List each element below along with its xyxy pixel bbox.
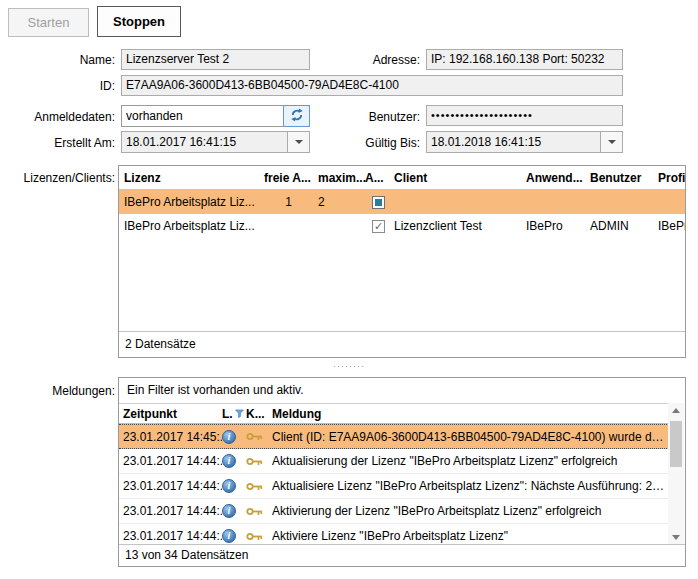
message-timestamp: 23.01.2017 14:44:... [119,479,222,493]
scrollbar-thumb[interactable] [670,421,682,467]
license-row[interactable]: IBePro Arbeitsplatz Liz... Lizenzclient … [119,214,685,238]
adresse-label: Adresse: [330,52,420,68]
profil-cell: IBePro HE... [658,219,685,233]
info-icon [222,529,236,543]
vertical-scrollbar [668,403,684,545]
filter-notice[interactable]: Ein Filter ist vorhanden und aktiv. [119,378,685,403]
col-client[interactable]: Client [392,171,526,185]
message-timestamp: 23.01.2017 14:44:... [119,504,222,518]
meldungen-label: Meldungen: [0,383,115,399]
gueltig-bis-label: Gültig Bis: [330,135,420,151]
stoppen-button[interactable]: Stoppen [97,6,181,37]
starten-button[interactable]: Starten [8,8,89,37]
anmeldedaten-value: vorhanden [122,106,284,126]
lizenzen-clients-label: Lizenzen/Clients: [0,170,115,186]
info-icon [222,479,236,493]
anwendung: IBePro [526,219,590,233]
message-row[interactable]: 23.01.2017 14:44:... Aktualisierung der … [119,449,669,474]
licenses-record-count: 2 Datensätze [119,331,685,357]
message-timestamp: 23.01.2017 14:45:... [119,430,222,444]
key-icon [246,532,272,541]
gueltig-bis-picker[interactable]: 18.01.2018 16:41:15 [426,131,623,153]
col-zeitpunkt[interactable]: Zeitpunkt [119,407,222,421]
messages-record-count: 13 von 34 Datensätzen [119,544,685,566]
benutzer-field[interactable]: ••••••••••••••••••••• [426,105,623,126]
max-count: 2 [318,195,365,209]
message-text: Aktivierung der Lizenz "IBePro Arbeitspl… [272,504,669,518]
refresh-icon [290,108,304,125]
col-kategorie[interactable]: K... [246,407,272,421]
filter-funnel-icon[interactable] [235,409,244,418]
erstellt-am-value: 18.01.2017 16:41:15 [122,132,287,152]
name-field[interactable]: Lizenzserver Test 2 [121,49,310,70]
refresh-button[interactable] [283,105,310,127]
col-aktiv[interactable]: A... [365,171,392,185]
message-timestamp: 23.01.2017 14:44:... [119,529,222,543]
adresse-field[interactable]: IP: 192.168.160.138 Port: 50232 [426,49,623,70]
anmeldedaten-label: Anmeldedaten: [0,109,115,125]
messages-grid: Ein Filter ist vorhanden und aktiv. Zeit… [118,377,686,567]
splitter-handle[interactable]: ········ [0,359,698,373]
col-meldung[interactable]: Meldung [272,407,669,421]
message-text: Client (ID: E7AA9A06-3600D413-6BB04500-7… [272,430,669,444]
scroll-down-arrow[interactable] [668,530,684,545]
licenses-grid: Lizenz freie A... maxim... A... Client A… [118,165,686,358]
id-field[interactable]: E7AA9A06-3600D413-6BB04500-79AD4E8C-4100 [121,75,623,96]
key-icon [246,457,272,466]
col-anwend[interactable]: Anwend... [526,171,590,185]
message-text: Aktualisierung der Lizenz "IBePro Arbeit… [272,454,669,468]
chevron-down-icon[interactable] [287,132,309,152]
info-icon [222,454,236,468]
col-maxim[interactable]: maxim... [318,171,365,185]
name-label: Name: [0,52,115,68]
erstellt-am-label: Erstellt Am: [0,135,115,151]
free-count: 1 [259,195,318,209]
license-name: IBePro Arbeitsplatz Liz... [119,219,259,233]
key-icon [246,432,272,441]
info-icon [222,430,236,444]
license-server-window: Starten Stoppen Name: Adresse: ID: Anmel… [0,0,698,579]
scroll-up-arrow[interactable] [668,403,684,418]
license-row[interactable]: IBePro Arbeitsplatz Liz... 1 2 [119,190,685,214]
col-level[interactable]: L. [222,407,246,421]
anmeldedaten-combo[interactable]: vorhanden [121,105,310,127]
message-text: Aktiviere Lizenz "IBePro Arbeitsplatz Li… [272,529,669,543]
aktiv-checkbox[interactable] [372,196,385,209]
chevron-down-icon[interactable] [600,132,622,152]
license-name: IBePro Arbeitsplatz Liz... [119,195,259,209]
benutzer-cell: ADMIN [590,219,658,233]
messages-header-row[interactable]: Zeitpunkt L. K... Meldung [119,403,669,424]
col-level-label: L. [222,407,233,421]
message-row[interactable]: 23.01.2017 14:45:... Client (ID: E7AA9A0… [119,424,669,449]
key-icon [246,482,272,491]
col-lizenz[interactable]: Lizenz [119,171,259,185]
aktiv-checkbox[interactable] [372,220,385,233]
licenses-header-row[interactable]: Lizenz freie A... maxim... A... Client A… [119,166,685,190]
client-name: Lizenzclient Test [392,219,526,233]
id-label: ID: [0,78,115,94]
gueltig-bis-value: 18.01.2018 16:41:15 [427,132,600,152]
message-timestamp: 23.01.2017 14:44:... [119,454,222,468]
info-icon [222,504,236,518]
col-profil[interactable]: Profil [658,171,685,185]
erstellt-am-picker[interactable]: 18.01.2017 16:41:15 [121,131,310,153]
message-row[interactable]: 23.01.2017 14:44:... Aktualisiere Lizenz… [119,474,669,499]
key-icon [246,507,272,516]
benutzer-label: Benutzer: [330,109,420,125]
col-freie[interactable]: freie A... [259,171,318,185]
message-row[interactable]: 23.01.2017 14:44:... Aktivierung der Liz… [119,499,669,524]
message-text: Aktualisiere Lizenz "IBePro Arbeitsplatz… [272,479,669,493]
col-benutzer[interactable]: Benutzer [590,171,658,185]
